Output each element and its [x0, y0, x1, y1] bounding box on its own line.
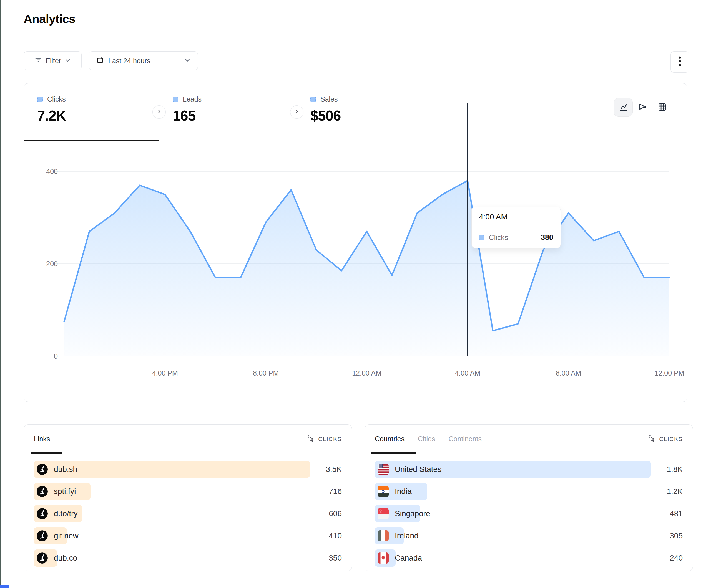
ie-flag-icon — [378, 530, 389, 541]
clicks-tab-label: Clicks — [47, 95, 66, 103]
clicks-count: 481 — [670, 505, 683, 522]
svg-text:8:00 AM: 8:00 AM — [556, 369, 581, 377]
link-label: git.new — [54, 532, 79, 540]
tooltip-time: 4:00 AM — [472, 207, 561, 227]
funnel-chart-toggle-button[interactable] — [633, 98, 652, 117]
chevron-right-icon — [156, 109, 161, 115]
svg-text:4:00 PM: 4:00 PM — [152, 369, 178, 377]
links-metric-label: CLICKS — [318, 436, 342, 443]
tab-continents[interactable]: Continents — [449, 435, 482, 443]
link-row[interactable]: dub.co350 — [34, 549, 342, 567]
country-row[interactable]: India1.2K — [375, 483, 683, 500]
analytics-page: Analytics Filter Last 24 hours — [0, 0, 711, 588]
tab-leads[interactable]: Leads 165 — [159, 84, 297, 140]
table-grid-icon — [657, 102, 667, 113]
clicks-chart-area[interactable]: 02004004:00 PM8:00 PM12:00 AM4:00 AM8:00… — [24, 140, 688, 402]
country-row[interactable]: United States1.8K — [375, 461, 683, 478]
expand-sales-button[interactable] — [290, 106, 303, 119]
clicks-legend-square — [37, 96, 43, 102]
sales-tab-label: Sales — [320, 95, 338, 103]
tooltip-legend-square — [479, 235, 484, 241]
links-panel-header: Links CLICKS — [24, 425, 352, 453]
link-row[interactable]: spti.fyi716 — [34, 483, 342, 500]
leads-legend-square — [173, 96, 178, 102]
tooltip-value: 380 — [541, 233, 553, 242]
chevron-right-icon — [294, 109, 299, 115]
countries-sort-by-clicks[interactable]: CLICKS — [648, 434, 683, 444]
tab-countries[interactable]: Countries — [375, 435, 405, 443]
in-flag-icon — [378, 486, 389, 497]
links-panel: Links CLICKS dub.sh3.5K spti.fyi716 — [24, 424, 352, 571]
filter-button[interactable]: Filter — [24, 51, 82, 70]
tab-cities[interactable]: Cities — [418, 435, 435, 443]
links-tab-underline — [30, 452, 62, 454]
countries-metric-label: CLICKS — [659, 436, 683, 443]
svg-text:8:00 PM: 8:00 PM — [253, 369, 279, 377]
countries-panel-header: Countries Cities Continents CLICKS — [365, 425, 693, 453]
countries-tab-underline — [371, 452, 416, 454]
clicks-count: 305 — [670, 527, 683, 544]
country-label: Singapore — [395, 509, 430, 518]
expand-leads-button[interactable] — [152, 106, 166, 119]
country-label: India — [395, 487, 412, 496]
link-favicon — [37, 508, 48, 519]
clicks-count: 240 — [670, 549, 683, 567]
clicks-count: 1.8K — [667, 461, 683, 478]
page-title: Analytics — [24, 12, 76, 26]
leads-tab-label: Leads — [183, 95, 201, 103]
links-rows: dub.sh3.5K spti.fyi716 d.to/try606 git.n… — [24, 453, 352, 567]
link-favicon — [37, 552, 48, 564]
clicks-count: 3.5K — [326, 461, 342, 478]
chart-tooltip: 4:00 AM Clicks 380 — [471, 207, 561, 248]
svg-text:12:00 AM: 12:00 AM — [352, 369, 382, 377]
svg-text:200: 200 — [46, 260, 58, 268]
ca-flag-icon — [378, 552, 389, 564]
link-label: dub.sh — [54, 465, 77, 474]
link-row[interactable]: dub.sh3.5K — [34, 461, 342, 478]
table-grid-toggle-button[interactable] — [653, 98, 672, 117]
more-menu-button[interactable] — [670, 51, 689, 73]
country-row[interactable]: Canada240 — [375, 549, 683, 567]
svg-text:400: 400 — [46, 167, 58, 175]
links-sort-by-clicks[interactable]: CLICKS — [307, 434, 342, 444]
clicks-tab-value: 7.2K — [37, 108, 159, 124]
window-edge-stripe — [0, 0, 1, 588]
filter-button-label: Filter — [46, 57, 61, 65]
clicks-area-chart[interactable]: 02004004:00 PM8:00 PM12:00 AM4:00 AM8:00… — [24, 140, 688, 402]
sales-legend-square — [310, 96, 316, 102]
tab-clicks[interactable]: Clicks 7.2K — [24, 84, 159, 140]
svg-text:0: 0 — [54, 352, 58, 360]
leads-tab-value: 165 — [173, 108, 297, 124]
link-favicon — [37, 486, 48, 497]
tooltip-series-label: Clicks — [489, 233, 508, 242]
line-chart-toggle-button[interactable] — [614, 98, 633, 117]
tab-sales[interactable]: Sales $506 — [297, 84, 460, 140]
date-range-label: Last 24 hours — [108, 57, 150, 65]
link-row[interactable]: git.new410 — [34, 527, 342, 544]
country-label: United States — [395, 465, 441, 474]
link-label: spti.fyi — [54, 487, 76, 496]
tab-links[interactable]: Links — [34, 435, 50, 443]
sg-flag-icon — [378, 508, 389, 519]
link-label: d.to/try — [54, 509, 78, 518]
kebab-vertical-icon — [676, 56, 684, 68]
countries-rows: United States1.8K India1.2K Singapore481… — [365, 453, 693, 567]
svg-text:4:00 AM: 4:00 AM — [455, 369, 480, 377]
chevron-down-icon — [184, 57, 191, 65]
chevron-down-icon — [65, 57, 70, 65]
countries-panel: Countries Cities Continents CLICKS Unite… — [365, 424, 693, 571]
clicks-count: 606 — [329, 505, 342, 522]
window-corner-accent — [0, 585, 8, 588]
country-label: Canada — [395, 553, 422, 563]
country-row[interactable]: Singapore481 — [375, 505, 683, 522]
date-range-button[interactable]: Last 24 hours — [89, 51, 198, 70]
country-label: Ireland — [395, 532, 419, 540]
analytics-card: Clicks 7.2K Leads 165 Sales $506 — [24, 83, 687, 402]
cursor-click-icon — [648, 434, 656, 444]
link-row[interactable]: d.to/try606 — [34, 505, 342, 522]
stats-header: Clicks 7.2K Leads 165 Sales $506 — [24, 84, 687, 140]
country-row[interactable]: Ireland305 — [375, 527, 683, 544]
us-flag-icon — [378, 464, 389, 475]
chart-crosshair — [467, 103, 468, 356]
filter-icon — [35, 56, 42, 65]
